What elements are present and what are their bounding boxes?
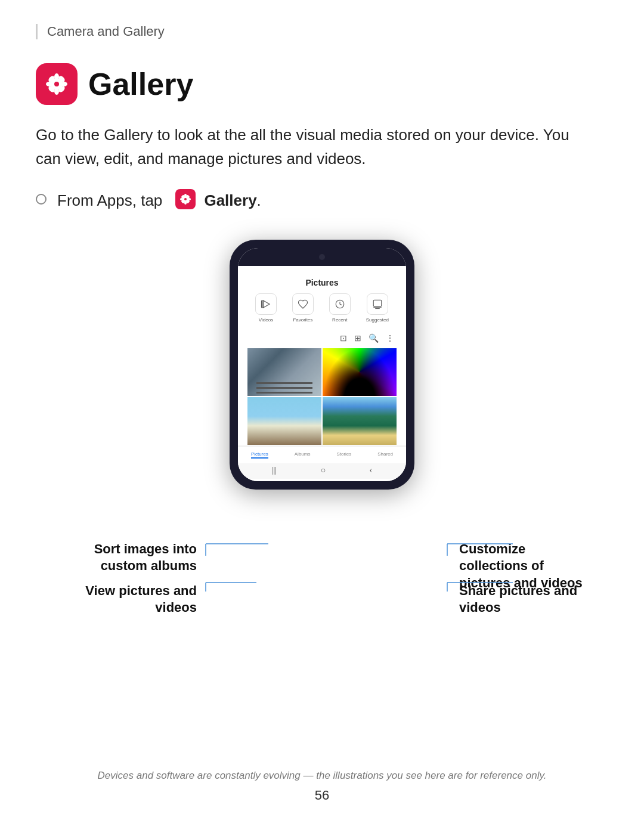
recents-nav-btn[interactable]: ‹: [370, 466, 373, 475]
inline-gallery-icon: [175, 189, 196, 209]
svg-point-14: [180, 198, 184, 200]
toolbar-row: ⊡ ⊞ 🔍 ⋮: [247, 331, 397, 348]
recent-icon: [335, 299, 345, 309]
category-videos[interactable]: Videos: [255, 293, 277, 323]
recent-label: Recent: [332, 317, 347, 323]
screen-title: Pictures: [247, 278, 397, 287]
bottom-nav: Pictures Albums Stories Shared ||| ○: [238, 446, 406, 481]
phone-camera: [319, 254, 325, 260]
tab-stories[interactable]: Stories: [336, 451, 351, 459]
callout-view-pictures: View pictures and videos: [66, 583, 197, 617]
gallery-title: Gallery: [88, 66, 193, 102]
tab-pictures-label: Pictures: [251, 451, 268, 459]
videos-icon-box: [255, 293, 277, 315]
videos-icon: [261, 299, 271, 309]
svg-rect-29: [261, 301, 262, 308]
favorites-icon-box: [292, 293, 314, 315]
phone-mockup: Pictures Videos: [230, 240, 414, 490]
footer-disclaimer: Devices and software are constantly evol…: [0, 770, 644, 782]
breadcrumb: Camera and Gallery: [36, 24, 608, 39]
tab-stories-label: Stories: [336, 451, 351, 457]
tab-pictures[interactable]: Pictures: [251, 451, 268, 459]
favorites-icon: [298, 299, 308, 309]
svg-point-3: [54, 88, 59, 95]
svg-point-1: [54, 82, 59, 86]
callout-sort-images-text: Sort images into custom albums: [94, 541, 197, 574]
svg-point-13: [184, 201, 187, 205]
nav-tabs: Pictures Albums Stories Shared: [238, 451, 406, 459]
tab-shared[interactable]: Shared: [377, 451, 393, 459]
tab-albums-label: Albums: [295, 451, 311, 457]
select-icon[interactable]: ⊡: [340, 333, 347, 343]
svg-point-15: [187, 198, 191, 200]
videos-label: Videos: [259, 317, 273, 323]
category-suggested[interactable]: Suggested: [366, 293, 389, 323]
svg-point-12: [184, 194, 187, 197]
suggested-icon: [372, 299, 383, 309]
svg-marker-28: [263, 301, 270, 308]
phone-notch: [238, 248, 406, 266]
instruction-line: From Apps, tap Gallery.: [36, 189, 608, 210]
inline-gallery-icon-svg: [179, 193, 192, 206]
callout-sort-images: Sort images into custom albums: [66, 541, 197, 575]
photo-motorcyclist[interactable]: [247, 397, 321, 445]
gallery-icon-svg: [44, 71, 70, 97]
svg-rect-31: [373, 300, 382, 306]
callout-view-pictures-text: View pictures and videos: [85, 583, 197, 615]
suggested-label: Suggested: [366, 317, 389, 323]
callout-share-text: Share pictures and videos: [459, 583, 577, 615]
tab-albums[interactable]: Albums: [295, 451, 311, 459]
back-nav-btn[interactable]: |||: [272, 466, 277, 475]
footer-page-number: 56: [0, 788, 644, 803]
category-favorites[interactable]: Favorites: [292, 293, 314, 323]
photo-grid: [247, 348, 397, 445]
gallery-header: Gallery: [36, 63, 608, 105]
recent-icon-box: [329, 293, 351, 315]
phone-screen: Pictures Videos: [238, 248, 406, 481]
svg-point-2: [54, 73, 59, 80]
svg-point-4: [46, 82, 53, 86]
svg-point-5: [60, 82, 67, 86]
instruction-text: From Apps, tap Gallery.: [57, 189, 261, 210]
photo-arch[interactable]: [323, 348, 397, 396]
svg-point-11: [184, 198, 187, 200]
photo-mountain-lake[interactable]: [323, 397, 397, 445]
suggested-icon-box: [367, 293, 388, 315]
collage-icon[interactable]: ⊞: [354, 333, 361, 343]
photo-bridge[interactable]: [247, 348, 321, 396]
illustration-wrapper: Sort images into custom albums View pict…: [36, 240, 608, 490]
search-icon[interactable]: 🔍: [369, 333, 379, 343]
description-text: Go to the Gallery to look at the all the…: [36, 123, 584, 171]
favorites-label: Favorites: [293, 317, 312, 323]
bullet-circle: [36, 194, 47, 205]
callout-share-pictures: Share pictures and videos: [459, 583, 590, 617]
category-recent[interactable]: Recent: [329, 293, 351, 323]
screen-content: Pictures Videos: [238, 266, 406, 445]
category-row: Videos Favorites: [247, 293, 397, 323]
more-options-icon[interactable]: ⋮: [386, 333, 394, 343]
gallery-app-icon: [36, 63, 78, 105]
breadcrumb-text: Camera and Gallery: [47, 24, 165, 39]
footer: Devices and software are constantly evol…: [0, 770, 644, 803]
android-nav: ||| ○ ‹: [238, 463, 406, 479]
tab-shared-label: Shared: [377, 451, 393, 457]
home-nav-btn[interactable]: ○: [321, 466, 326, 475]
